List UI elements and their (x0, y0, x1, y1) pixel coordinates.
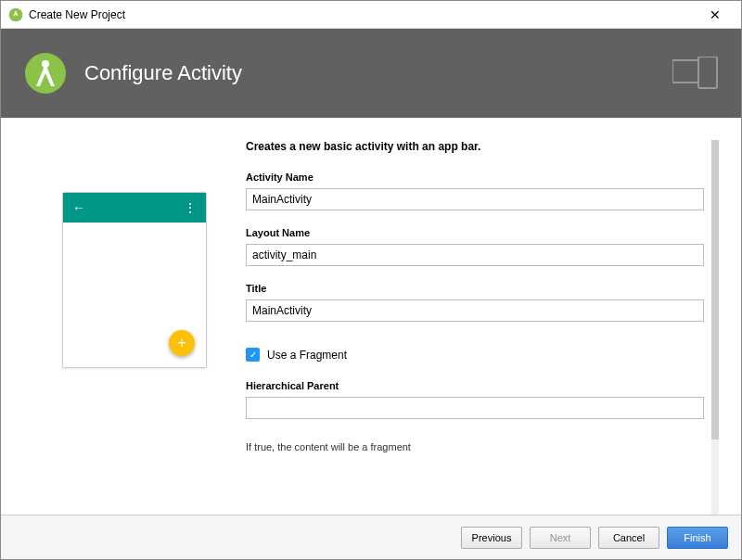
preview-appbar: ← ⋮ (63, 193, 206, 223)
form-column: Creates a new basic activity with an app… (246, 140, 719, 515)
phone-preview: ← ⋮ + (62, 192, 207, 368)
window-title: Create New Project (29, 8, 697, 21)
preview-body: + (63, 223, 206, 367)
app-icon (8, 7, 23, 22)
footer: Previous Next Cancel Finish (1, 515, 741, 559)
layout-name-label: Layout Name (246, 227, 704, 238)
menu-dots-icon: ⋮ (184, 200, 197, 215)
use-fragment-row[interactable]: ✓ Use a Fragment (246, 348, 704, 362)
titlebar: Create New Project ✕ (1, 1, 741, 29)
title-input[interactable] (246, 299, 704, 322)
activity-name-input[interactable] (246, 188, 704, 210)
svg-rect-3 (44, 64, 47, 73)
hierarchical-parent-input[interactable] (246, 397, 704, 419)
page-title: Configure Activity (84, 61, 242, 85)
finish-button[interactable]: Finish (667, 527, 728, 549)
form-description: Creates a new basic activity with an app… (246, 140, 704, 153)
preview-column: ← ⋮ + (23, 140, 246, 515)
fab-icon: + (169, 330, 195, 356)
cancel-button[interactable]: Cancel (598, 527, 659, 549)
layout-name-input[interactable] (246, 244, 704, 266)
wizard-header: Configure Activity (1, 29, 741, 118)
content-area: ← ⋮ + Creates a new basic activity with … (1, 118, 741, 515)
device-icon (672, 57, 719, 90)
close-button[interactable]: ✕ (697, 2, 734, 28)
hint-text: If true, the content will be a fragment (246, 441, 704, 452)
svg-rect-5 (698, 57, 717, 88)
android-studio-icon (23, 51, 68, 95)
back-arrow-icon: ← (72, 200, 85, 215)
use-fragment-checkbox[interactable]: ✓ (246, 348, 260, 362)
previous-button[interactable]: Previous (461, 527, 522, 549)
scrollbar-thumb[interactable] (711, 140, 719, 439)
scrollbar[interactable] (711, 140, 719, 515)
activity-name-label: Activity Name (246, 172, 704, 183)
use-fragment-label: Use a Fragment (267, 349, 347, 362)
hierarchical-parent-label: Hierarchical Parent (246, 380, 704, 391)
title-label: Title (246, 283, 704, 294)
next-button[interactable]: Next (530, 527, 591, 549)
